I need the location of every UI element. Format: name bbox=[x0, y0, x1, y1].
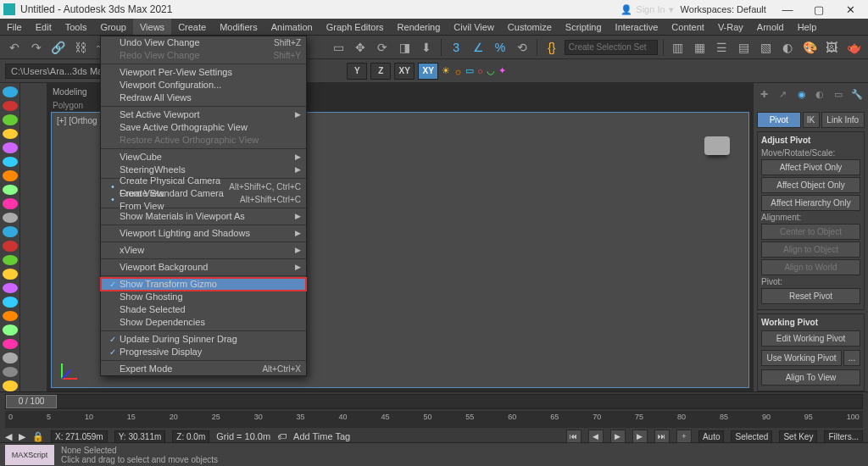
left-tool-11[interactable] bbox=[3, 241, 18, 252]
rotate-icon[interactable]: ⟳ bbox=[373, 38, 392, 57]
menu-item-update-during-spinner-drag[interactable]: ✓Update During Spinner Drag bbox=[101, 333, 306, 346]
menu-item-save-active-orthographic-view[interactable]: Save Active Orthographic View bbox=[101, 121, 306, 134]
menu-content[interactable]: Content bbox=[665, 19, 711, 35]
left-tool-19[interactable] bbox=[3, 352, 18, 363]
goto-end-icon[interactable]: ⏭ bbox=[654, 430, 670, 443]
pivot-button[interactable]: Pivot bbox=[757, 112, 801, 128]
affect-object-only-button[interactable]: Affect Object Only bbox=[761, 177, 860, 193]
menu-help[interactable]: Help bbox=[791, 19, 824, 35]
mirror-icon[interactable]: ▥ bbox=[669, 38, 687, 57]
menu-animation[interactable]: Animation bbox=[264, 19, 320, 35]
edit-working-pivot-button[interactable]: Edit Working Pivot bbox=[761, 330, 860, 347]
adjust-pivot-header[interactable]: Adjust Pivot bbox=[761, 136, 860, 145]
vray-dome-icon[interactable]: ◡ bbox=[487, 65, 495, 76]
spinner-snap-icon[interactable]: ⟲ bbox=[513, 38, 531, 57]
viewport-label[interactable]: [+] [Orthog bbox=[57, 116, 97, 125]
affect-hierarchy-only-button[interactable]: Affect Hierarchy Only bbox=[761, 195, 860, 211]
key-mode-icon[interactable]: + bbox=[676, 430, 692, 443]
menu-rendering[interactable]: Rendering bbox=[391, 19, 448, 35]
axis-xy2-button[interactable]: XY bbox=[418, 63, 438, 80]
menu-graph-editors[interactable]: Graph Editors bbox=[320, 19, 391, 35]
signin-button[interactable]: 👤Sign In▾ bbox=[620, 4, 673, 15]
coord-x[interactable]: X: 271.059m bbox=[51, 430, 108, 443]
align-to-world-button[interactable]: Align to World bbox=[761, 259, 860, 275]
left-tool-14[interactable] bbox=[3, 283, 18, 294]
selection-set-input[interactable] bbox=[565, 40, 658, 55]
left-tool-17[interactable] bbox=[3, 325, 18, 336]
time-slider[interactable]: 0 / 100 bbox=[5, 394, 863, 409]
coord-z[interactable]: Z: 0.0m bbox=[172, 430, 209, 443]
align-icon[interactable]: ▦ bbox=[691, 38, 709, 57]
left-tool-21[interactable] bbox=[3, 380, 18, 391]
curve-editor-icon[interactable]: ▤ bbox=[735, 38, 754, 57]
menu-item-expert-mode[interactable]: Expert ModeAlt+Ctrl+X bbox=[101, 363, 306, 375]
affect-pivot-only-button[interactable]: Affect Pivot Only bbox=[761, 159, 860, 175]
modify-tab-icon[interactable]: ↗ bbox=[776, 86, 791, 102]
menu-item-show-transform-gizmo[interactable]: ✓Show Transform Gizmo bbox=[101, 278, 306, 291]
maximize-button[interactable]: ▢ bbox=[804, 3, 833, 16]
left-tool-18[interactable] bbox=[3, 339, 18, 350]
left-tool-0[interactable] bbox=[3, 86, 18, 97]
left-tool-6[interactable] bbox=[3, 170, 18, 181]
vray-sphere-icon[interactable]: ○ bbox=[477, 66, 483, 76]
menu-scripting[interactable]: Scripting bbox=[559, 19, 609, 35]
menu-views[interactable]: Views bbox=[133, 19, 171, 35]
menu-file[interactable]: File bbox=[0, 19, 29, 35]
link-icon[interactable]: 🔗 bbox=[49, 38, 68, 57]
close-button[interactable]: ✕ bbox=[836, 3, 865, 16]
play-icon[interactable]: ▶ bbox=[610, 430, 626, 443]
menu-item-progressive-display[interactable]: ✓Progressive Display bbox=[101, 346, 306, 358]
axis-y-button[interactable]: Y bbox=[347, 63, 367, 80]
menu-tools[interactable]: Tools bbox=[58, 19, 94, 35]
vray-light-icon[interactable]: ☀ bbox=[442, 65, 450, 76]
add-time-tag[interactable]: Add Time Tag bbox=[293, 431, 350, 441]
left-tool-4[interactable] bbox=[3, 142, 18, 153]
select-icon[interactable]: ▭ bbox=[330, 38, 348, 57]
menu-item-viewport-background[interactable]: Viewport Background▶ bbox=[101, 261, 306, 274]
schematic-icon[interactable]: {} bbox=[542, 38, 561, 57]
menu-interactive[interactable]: Interactive bbox=[609, 19, 665, 35]
left-tool-2[interactable] bbox=[3, 114, 18, 125]
redo-icon[interactable]: ↷ bbox=[27, 38, 46, 57]
menu-modifiers[interactable]: Modifiers bbox=[213, 19, 264, 35]
left-tool-13[interactable] bbox=[3, 269, 18, 280]
menu-item-undo-view-change[interactable]: Undo View ChangeShift+Z bbox=[101, 36, 306, 49]
placement-icon[interactable]: ⬇ bbox=[417, 38, 436, 57]
scale-icon[interactable]: ◨ bbox=[395, 38, 414, 57]
percent-snap-icon[interactable]: % bbox=[491, 38, 509, 57]
angle-snap-icon[interactable]: ∠ bbox=[469, 38, 487, 57]
menu-v-ray[interactable]: V-Ray bbox=[711, 19, 750, 35]
left-tool-20[interactable] bbox=[3, 367, 18, 378]
left-tool-9[interactable] bbox=[3, 213, 18, 224]
menu-item-shade-selected[interactable]: Shade Selected bbox=[101, 303, 306, 316]
left-tool-3[interactable] bbox=[3, 129, 18, 140]
utilities-tab-icon[interactable]: 🔧 bbox=[849, 86, 865, 102]
prev-frame-icon[interactable]: ◀ bbox=[588, 430, 604, 443]
coord-y[interactable]: Y: 30.311m bbox=[114, 430, 166, 443]
setkey-button[interactable]: Set Key bbox=[779, 430, 817, 443]
menu-item-xview[interactable]: xView▶ bbox=[101, 244, 306, 257]
menu-item-viewport-configuration-[interactable]: Viewport Configuration... bbox=[101, 79, 306, 92]
layer-icon[interactable]: ☰ bbox=[713, 38, 732, 57]
left-tool-7[interactable] bbox=[3, 185, 18, 196]
menu-item-create-standard-camera-from-view[interactable]: •Create Standard Camera From ViewAlt+Shi… bbox=[101, 193, 306, 206]
working-pivot-more-button[interactable]: ... bbox=[843, 350, 860, 366]
menu-item-set-active-viewport[interactable]: Set Active Viewport▶ bbox=[101, 108, 306, 121]
link-info-button[interactable]: Link Info bbox=[821, 112, 865, 128]
modeling-tab[interactable]: Modeling bbox=[53, 87, 87, 97]
render-frame-icon[interactable]: 🖼 bbox=[822, 38, 841, 57]
workspace-selector[interactable]: Workspaces: Default bbox=[681, 4, 766, 14]
unlink-icon[interactable]: ⛓ bbox=[71, 38, 90, 57]
menu-item-viewport-lighting-and-shadows[interactable]: Viewport Lighting and Shadows▶ bbox=[101, 227, 306, 240]
left-tool-15[interactable] bbox=[3, 297, 18, 308]
vray-plane-icon[interactable]: ▭ bbox=[465, 65, 474, 76]
autokey-button[interactable]: Auto bbox=[698, 430, 725, 443]
left-tool-8[interactable] bbox=[3, 198, 18, 209]
goto-start-icon[interactable]: ⏮ bbox=[566, 430, 581, 443]
axis-xy-button[interactable]: XY bbox=[394, 63, 415, 80]
menu-item-redraw-all-views[interactable]: Redraw All Views bbox=[101, 92, 306, 104]
motion-tab-icon[interactable]: ◐ bbox=[812, 86, 827, 102]
menu-item-viewcube[interactable]: ViewCube▶ bbox=[101, 151, 306, 164]
align-to-view-button[interactable]: Align To View bbox=[761, 369, 860, 386]
snap-icon[interactable]: 3 bbox=[447, 38, 465, 57]
